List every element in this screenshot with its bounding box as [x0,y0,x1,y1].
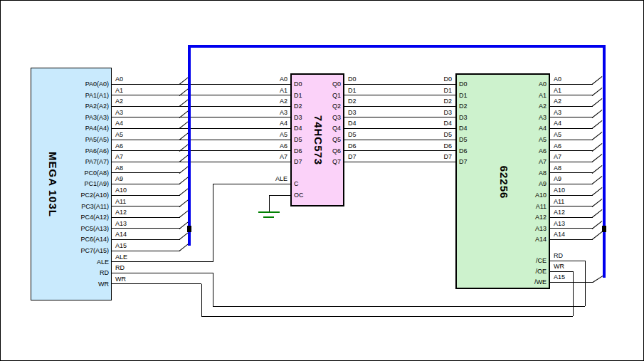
wire-segment [112,228,180,229]
pin-label: RD [31,269,109,276]
net-label-a8: A8 [554,164,561,172]
net-label-a12: A12 [554,209,565,216]
bus-junction-mark [602,226,606,232]
pin-label: PC1(A9) [31,180,109,187]
schematic-canvas: MEGA 103L 74HC573 62256 A0A1A2A3A4A5A6A7… [0,0,644,361]
pin-label: Q0 [300,80,341,88]
ground-symbol [258,211,280,213]
pin-label: Q7 [300,158,341,165]
net-label-d6: D6 [406,142,452,150]
net-label-a7: A7 [554,153,561,160]
wire-segment [112,140,290,140]
net-label-wr: WR [554,263,564,270]
wire-segment [213,306,585,307]
pin-label: PA3(A3) [31,114,109,121]
ground-symbol [263,216,274,218]
pin-label: PC2(A10) [31,192,109,199]
wire-segment [344,128,455,129]
wire-segment [550,84,593,85]
pin-label: A11 [485,203,547,210]
wire-segment [112,172,180,173]
bus-entry-diagonal [592,187,603,196]
wire-segment [112,95,290,95]
pin-label: A2 [485,103,547,110]
wire-segment [550,128,593,129]
net-label-d1: D1 [406,87,452,94]
net-label-d2: D2 [406,98,452,105]
wire-segment [213,184,290,184]
wire-segment [550,271,573,272]
wire-segment [550,117,593,117]
net-label-a5: A5 [243,131,287,138]
pin-label: A12 [485,214,547,221]
wire-segment [112,195,180,196]
wire-segment [112,117,290,117]
wire-segment [213,273,213,306]
wire-segment [550,217,593,218]
wire-segment [550,162,593,162]
pin-label: A13 [485,225,547,232]
pin-label: D7 [459,158,468,165]
pin-label: A0 [485,80,547,88]
net-label-d4: D4 [406,120,452,127]
pin-label: ALE [31,258,109,266]
bus-entry-diagonal [592,177,603,185]
net-label-a0: A0 [243,75,287,83]
net-label-a7: A7 [243,153,287,160]
pin-label: A5 [485,136,547,143]
pin-label: PC6(A14) [31,236,109,243]
net-label-d0: D0 [348,75,357,83]
net-label-a1: A1 [115,87,123,94]
net-label-a3: A3 [115,109,123,116]
wire-segment [112,273,213,273]
pin-label: A3 [485,114,547,121]
pin-label: D1 [459,92,468,99]
pin-label: PA0(A0) [31,80,109,88]
wire-segment [550,95,593,95]
wire-segment [344,150,455,151]
pin-label: A10 [485,192,547,199]
wire-segment [112,128,290,129]
wire-segment [550,150,593,151]
pin-label: OC [294,192,304,199]
pin-label: PC5(A13) [31,225,109,232]
wire-segment [201,284,202,316]
net-label-a5: A5 [554,131,561,138]
pin-label: D2 [459,103,468,110]
wire-segment [112,184,180,184]
bus-entry-diagonal [592,110,603,118]
net-label-a9: A9 [115,175,123,182]
bus-entry-diagonal [592,154,603,162]
pin-label: PA5(A5) [31,136,109,143]
pin-label: WR [31,281,109,288]
wire-segment [112,251,180,251]
wire-segment [344,84,455,85]
pin-label: Q6 [300,147,341,155]
net-label-d5: D5 [406,131,452,138]
address-bus-left [188,45,191,246]
net-label-d7: D7 [406,153,452,160]
bus-entry-diagonal [592,98,603,107]
wire-segment [269,195,270,211]
wire-segment [112,150,290,151]
pin-label: A1 [485,92,547,99]
pin-label: /OE [485,268,547,275]
net-label-a14: A14 [115,231,127,238]
net-label-a3: A3 [554,109,561,116]
wire-segment [344,140,455,140]
net-label-a13: A13 [554,220,565,227]
bus-entry-diagonal [592,143,603,152]
wire-segment [550,195,593,196]
pin-label: Q4 [300,125,341,132]
net-label-a8: A8 [115,164,123,172]
wire-segment [344,106,455,107]
net-label-a11: A11 [554,198,564,205]
wire-segment [344,117,455,117]
net-label-d6: D6 [348,142,357,150]
pin-label: D6 [459,147,468,155]
net-label-a1: A1 [554,87,561,94]
pin-label: PA2(A2) [31,103,109,110]
wire-segment [573,271,574,316]
pin-label: PC7(A15) [31,247,109,254]
net-label-a9: A9 [554,175,561,182]
